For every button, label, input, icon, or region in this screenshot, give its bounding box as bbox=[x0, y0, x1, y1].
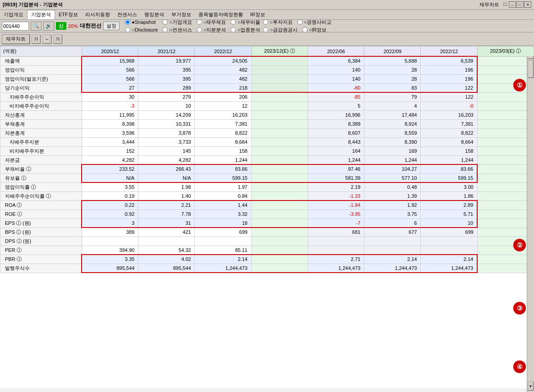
menu-company-analysis[interactable]: 기업분석 bbox=[27, 10, 55, 19]
cell-value: 8,559 bbox=[364, 128, 421, 137]
radio-company[interactable]: ○기업개요 bbox=[162, 19, 192, 26]
cell-value: 1,244 bbox=[421, 155, 477, 164]
font-decrease-button[interactable]: 가 bbox=[32, 35, 41, 44]
cell-value bbox=[251, 264, 308, 273]
radio-compare[interactable]: ○경쟁사비교 bbox=[297, 19, 332, 26]
cell-value: 1.97 bbox=[195, 182, 251, 191]
cell-value: 10 bbox=[421, 219, 477, 228]
menu-research[interactable]: 리서치동향 bbox=[82, 10, 114, 19]
cell-value bbox=[308, 237, 364, 246]
menu-company-overview[interactable]: 기업개요 bbox=[0, 10, 27, 19]
cell-value: 3,733 bbox=[138, 137, 195, 146]
cell-value: 5 bbox=[308, 101, 364, 110]
radio-snapshot[interactable]: ●Snapshot bbox=[125, 19, 158, 26]
col-2022[interactable]: 2022/12 bbox=[195, 46, 251, 57]
search-button[interactable]: 🔍 bbox=[31, 22, 41, 31]
cell-value bbox=[308, 246, 364, 255]
row-label: 자산총계 bbox=[0, 110, 82, 119]
cell-value: 266.43 bbox=[138, 164, 195, 173]
col-202303e[interactable]: 2023/03(E) ⓘ bbox=[477, 46, 534, 57]
resize-button[interactable]: ↔ bbox=[42, 35, 51, 44]
cell-value: 2.19 bbox=[308, 182, 364, 191]
radio-ir[interactable]: ○IR정보 bbox=[302, 27, 327, 33]
max-button[interactable]: □ bbox=[516, 1, 524, 8]
font-increase-button[interactable]: 가 bbox=[53, 35, 62, 44]
cell-value bbox=[251, 137, 308, 146]
row-label: 자본총계 bbox=[0, 128, 82, 137]
radio-finangov[interactable]: ○금감원공시 bbox=[263, 27, 298, 33]
cell-value: 104.27 bbox=[364, 164, 421, 173]
menu-rights[interactable]: 종목별증자예정현황 bbox=[195, 10, 247, 19]
cell-value: 8,924 bbox=[364, 119, 421, 128]
cell-value: 5.71 bbox=[421, 210, 477, 219]
cell-value bbox=[251, 201, 308, 210]
cell-value bbox=[251, 210, 308, 219]
new-badge: 신 bbox=[56, 22, 66, 30]
menu-ranking[interactable]: 랭킹분석 bbox=[141, 10, 168, 19]
cell-value bbox=[251, 246, 308, 255]
scroll-down[interactable]: ▼ bbox=[528, 382, 534, 391]
cell-value: 1.98 bbox=[138, 182, 195, 191]
radio-financial[interactable]: ○재무제표 bbox=[197, 19, 226, 26]
third-toolbar: 재무차트 가 ↔ 가 bbox=[0, 32, 534, 46]
menu-additional[interactable]: 부가정보 bbox=[168, 10, 195, 19]
table-row: 발행주식수895,544895,5441,244,4731,244,4731,2… bbox=[0, 264, 534, 273]
row-label: 지배주주순이익 bbox=[0, 92, 82, 101]
cell-value: -85 bbox=[308, 92, 364, 101]
cell-value bbox=[477, 237, 534, 246]
cell-value: 8,664 bbox=[195, 137, 251, 146]
jaemu-chart-link[interactable]: 재무차트 bbox=[478, 1, 501, 8]
cell-value: 83 bbox=[364, 83, 421, 92]
radio-equity[interactable]: ○지분분석 bbox=[197, 27, 226, 33]
radio-sector[interactable]: ○업종분석 bbox=[230, 27, 260, 33]
cell-value bbox=[477, 255, 534, 264]
close-button[interactable]: ✕ bbox=[524, 1, 531, 8]
radio-consensus[interactable]: ○컨센서스 bbox=[162, 27, 192, 33]
scroll-thumb[interactable] bbox=[528, 60, 534, 78]
row-label: 매출액 bbox=[0, 56, 82, 65]
cell-value bbox=[251, 237, 308, 246]
cell-value: 14,209 bbox=[138, 110, 195, 119]
min-button[interactable]: — bbox=[509, 1, 516, 8]
cell-value: 5,688 bbox=[364, 56, 421, 65]
col-label: (억원) bbox=[0, 46, 82, 57]
cell-value: 4,282 bbox=[138, 155, 195, 164]
col-2020[interactable]: 2020/12 bbox=[82, 46, 138, 57]
cell-value: 8,398 bbox=[82, 119, 138, 128]
radio-invest-2[interactable]: ○투자지표 bbox=[263, 19, 293, 26]
jaemu-chart-button[interactable]: 재무차트 bbox=[2, 34, 30, 44]
radio-disclosure[interactable]: ○Disclosure bbox=[125, 27, 158, 33]
cell-value: 28 bbox=[364, 65, 421, 74]
scrollbar[interactable]: ▲ ▼ bbox=[527, 50, 534, 392]
cell-value: 152 bbox=[82, 146, 138, 155]
cell-value: 3.32 bbox=[195, 210, 251, 219]
cell-value: 1,244 bbox=[364, 155, 421, 164]
cell-value bbox=[251, 173, 308, 182]
col-2023e[interactable]: 2023/12(E) ⓘ bbox=[251, 46, 308, 57]
cell-value: 1,244,473 bbox=[195, 264, 251, 273]
menu-consensus[interactable]: 컨센서스 bbox=[114, 10, 141, 19]
cell-value bbox=[477, 210, 534, 219]
cell-value: 0.84 bbox=[195, 191, 251, 201]
col-202206[interactable]: 2022/06 bbox=[308, 46, 364, 57]
menu-ir[interactable]: IR정보 bbox=[247, 10, 269, 19]
col-202209[interactable]: 2022/09 bbox=[364, 46, 421, 57]
cell-value: 158 bbox=[421, 146, 477, 155]
cell-value: 279 bbox=[138, 92, 195, 101]
col-202212[interactable]: 2022/12 bbox=[421, 46, 477, 57]
cell-value: 1,244 bbox=[195, 155, 251, 164]
cell-value: 3.00 bbox=[421, 182, 477, 191]
col-2021[interactable]: 2021/12 bbox=[138, 46, 195, 57]
setting-button[interactable]: 설정 bbox=[103, 22, 120, 30]
audio-button[interactable]: 🔊 bbox=[43, 22, 54, 31]
radio-ratio[interactable]: ○재무비율 bbox=[230, 19, 260, 26]
cell-value bbox=[251, 146, 308, 155]
menu-etf[interactable]: ETF정보 bbox=[55, 10, 82, 19]
cell-value bbox=[364, 237, 421, 246]
cell-value: 2.14 bbox=[195, 255, 251, 264]
table-row: 자본금4,2824,2821,2441,2441,2441,244 bbox=[0, 155, 534, 164]
cell-value bbox=[477, 155, 534, 164]
stock-code-input[interactable] bbox=[2, 22, 29, 31]
row-label: EPS ⓘ (원) bbox=[0, 219, 82, 228]
cell-value bbox=[477, 56, 534, 65]
